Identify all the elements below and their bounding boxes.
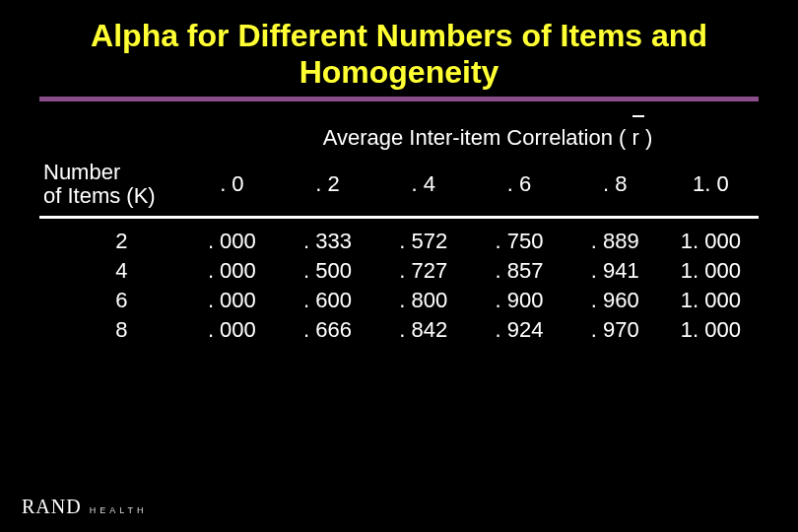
cell: . 000	[184, 217, 280, 256]
alpha-table: Number of Items (K) . 0 . 2 . 4 . 6 . 8 …	[39, 155, 759, 345]
col-header: . 4	[375, 155, 471, 218]
table-row: 6 . 000 . 600 . 800 . 900 . 960 1. 000	[39, 286, 759, 315]
rand-health-label: HEALTH	[90, 505, 148, 515]
rand-logo: RAND	[22, 496, 82, 518]
cell: . 000	[184, 256, 280, 286]
cell: 1. 000	[663, 286, 759, 315]
cell: . 750	[471, 217, 566, 256]
cell: 1. 000	[663, 315, 759, 345]
row-k: 2	[39, 217, 184, 256]
cell: . 572	[375, 217, 471, 256]
cell: . 000	[184, 286, 280, 315]
col-header: . 8	[567, 155, 663, 218]
r-bar-symbol: r	[632, 125, 639, 151]
table-row: 2 . 000 . 333 . 572 . 750 . 889 1. 000	[39, 217, 759, 256]
subhead-suffix: )	[639, 125, 652, 150]
col-header: . 2	[280, 155, 375, 218]
cell: 1. 000	[663, 256, 759, 286]
row-k: 8	[39, 315, 184, 345]
cell: . 941	[567, 256, 663, 286]
table-subheading: Average Inter-item Correlation ( r )	[217, 125, 759, 151]
cell: . 800	[375, 286, 471, 315]
page-title: Alpha for Different Numbers of Items and…	[39, 18, 759, 101]
col-header: . 6	[471, 155, 566, 218]
cell: . 900	[471, 286, 566, 315]
row-header-label: Number of Items (K)	[39, 155, 184, 218]
col-header: . 0	[184, 155, 280, 218]
table-row: 4 . 000 . 500 . 727 . 857 . 941 1. 000	[39, 256, 759, 286]
cell: . 842	[375, 315, 471, 345]
cell: . 889	[567, 217, 663, 256]
subhead-prefix: Average Inter-item Correlation (	[323, 125, 632, 150]
row-k: 6	[39, 286, 184, 315]
slide: Alpha for Different Numbers of Items and…	[0, 0, 798, 532]
col-header: 1. 0	[663, 155, 759, 218]
cell: 1. 000	[663, 217, 759, 256]
cell: . 857	[471, 256, 566, 286]
row-k: 4	[39, 256, 184, 286]
table-header-row: Number of Items (K) . 0 . 2 . 4 . 6 . 8 …	[39, 155, 759, 218]
cell: . 970	[567, 315, 663, 345]
cell: . 960	[567, 286, 663, 315]
footer-brand: RAND HEALTH	[22, 496, 148, 518]
cell: . 000	[184, 315, 280, 345]
cell: . 924	[471, 315, 566, 345]
cell: . 727	[375, 256, 471, 286]
cell: . 500	[280, 256, 375, 286]
cell: . 600	[280, 286, 375, 315]
table-row: 8 . 000 . 666 . 842 . 924 . 970 1. 000	[39, 315, 759, 345]
cell: . 333	[280, 217, 375, 256]
cell: . 666	[280, 315, 375, 345]
